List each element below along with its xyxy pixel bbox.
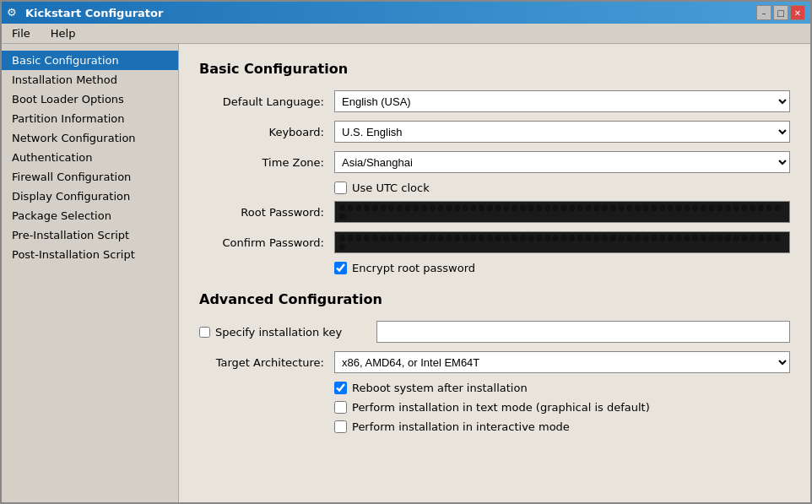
keyboard-row: Keyboard: U.S. English xyxy=(199,121,790,143)
root-password-row: Root Password: ●●●●●●●●●●●●●●●●●●●●●●●●●… xyxy=(199,201,790,223)
confirm-password-display[interactable]: ●●●●●●●●●●●●●●●●●●●●●●●●●●●●●●●●●●●●●●●●… xyxy=(334,231,790,253)
default-language-control: English (USA) xyxy=(334,90,790,112)
sidebar: Basic Configuration Installation Method … xyxy=(2,44,179,502)
keyboard-label: Keyboard: xyxy=(199,126,334,138)
encrypt-root-label: Encrypt root password xyxy=(352,262,475,274)
root-password-dots: ●●●●●●●●●●●●●●●●●●●●●●●●●●●●●●●●●●●●●●●●… xyxy=(338,203,786,220)
title-bar-buttons: – □ ✕ xyxy=(756,5,805,20)
menu-bar: File Help xyxy=(2,24,810,44)
target-arch-row: Target Architecture: x86, AMD64, or Inte… xyxy=(199,351,790,373)
advanced-config-section: Advanced Configuration Specify installat… xyxy=(199,291,790,433)
minimize-button[interactable]: – xyxy=(756,5,771,20)
reboot-checkbox[interactable] xyxy=(334,382,347,394)
install-key-input[interactable] xyxy=(376,321,790,343)
interactive-mode-checkbox[interactable] xyxy=(334,420,347,433)
menu-file[interactable]: File xyxy=(5,25,37,41)
title-bar: ⚙ Kickstart Configurator – □ ✕ xyxy=(2,2,810,24)
timezone-select[interactable]: Asia/Shanghai xyxy=(334,151,790,173)
app-icon: ⚙ xyxy=(7,6,20,19)
interactive-mode-label: Perform installation in interactive mode xyxy=(352,420,570,433)
sidebar-item-installation-method[interactable]: Installation Method xyxy=(2,70,178,89)
text-mode-row: Perform installation in text mode (graph… xyxy=(199,401,790,414)
target-arch-select[interactable]: x86, AMD64, or Intel EM64T xyxy=(334,351,790,373)
window-title: Kickstart Configurator xyxy=(25,7,163,19)
interactive-mode-row: Perform installation in interactive mode xyxy=(199,420,790,433)
confirm-password-control: ●●●●●●●●●●●●●●●●●●●●●●●●●●●●●●●●●●●●●●●●… xyxy=(334,231,790,253)
sidebar-item-firewall-configuration[interactable]: Firewall Configuration xyxy=(2,167,178,187)
default-language-label: Default Language: xyxy=(199,95,334,108)
specify-install-key-label: Specify installation key xyxy=(215,326,342,339)
advanced-config-title: Advanced Configuration xyxy=(199,291,790,307)
confirm-password-row: Confirm Password: ●●●●●●●●●●●●●●●●●●●●●●… xyxy=(199,231,790,253)
main-panel: Basic Configuration Default Language: En… xyxy=(179,44,810,502)
utc-clock-label: Use UTC clock xyxy=(352,182,430,194)
maximize-button[interactable]: □ xyxy=(773,5,788,20)
reboot-row: Reboot system after installation xyxy=(199,382,790,394)
sidebar-item-package-selection[interactable]: Package Selection xyxy=(2,206,178,225)
sidebar-item-authentication[interactable]: Authentication xyxy=(2,148,178,167)
confirm-password-dots: ●●●●●●●●●●●●●●●●●●●●●●●●●●●●●●●●●●●●●●●●… xyxy=(338,234,786,251)
close-button[interactable]: ✕ xyxy=(790,5,805,20)
content-area: Basic Configuration Installation Method … xyxy=(2,44,810,502)
sidebar-item-boot-loader-options[interactable]: Boot Loader Options xyxy=(2,89,178,109)
reboot-label: Reboot system after installation xyxy=(352,382,528,394)
sidebar-item-partition-information[interactable]: Partition Information xyxy=(2,109,178,128)
encrypt-root-checkbox[interactable] xyxy=(334,262,347,274)
default-language-row: Default Language: English (USA) xyxy=(199,90,790,112)
sidebar-item-basic-configuration[interactable]: Basic Configuration xyxy=(2,51,178,70)
confirm-password-label: Confirm Password: xyxy=(199,236,334,249)
install-key-row: Specify installation key xyxy=(199,321,790,343)
sidebar-item-post-installation-script[interactable]: Post-Installation Script xyxy=(2,245,178,264)
target-arch-label: Target Architecture: xyxy=(199,356,334,369)
sidebar-item-network-configuration[interactable]: Network Configuration xyxy=(2,128,178,148)
target-arch-control: x86, AMD64, or Intel EM64T xyxy=(334,351,790,373)
specify-install-key-checkbox[interactable] xyxy=(199,327,210,338)
install-key-label-container: Specify installation key xyxy=(199,326,376,339)
menu-help[interactable]: Help xyxy=(44,25,83,41)
root-password-label: Root Password: xyxy=(199,206,334,219)
keyboard-select[interactable]: U.S. English xyxy=(334,121,790,143)
text-mode-checkbox[interactable] xyxy=(334,401,347,414)
sidebar-item-pre-installation-script[interactable]: Pre-Installation Script xyxy=(2,225,178,245)
root-password-control: ●●●●●●●●●●●●●●●●●●●●●●●●●●●●●●●●●●●●●●●●… xyxy=(334,201,790,223)
encrypt-root-row: Encrypt root password xyxy=(199,262,790,274)
text-mode-label: Perform installation in text mode (graph… xyxy=(352,401,650,414)
title-bar-left: ⚙ Kickstart Configurator xyxy=(7,6,163,19)
main-window: ⚙ Kickstart Configurator – □ ✕ File Help… xyxy=(0,0,812,504)
timezone-row: Time Zone: Asia/Shanghai xyxy=(199,151,790,173)
basic-config-title: Basic Configuration xyxy=(199,61,790,77)
utc-clock-checkbox[interactable] xyxy=(334,182,347,194)
root-password-display[interactable]: ●●●●●●●●●●●●●●●●●●●●●●●●●●●●●●●●●●●●●●●●… xyxy=(334,201,790,223)
timezone-control: Asia/Shanghai xyxy=(334,151,790,173)
timezone-label: Time Zone: xyxy=(199,156,334,169)
default-language-select[interactable]: English (USA) xyxy=(334,90,790,112)
utc-clock-row: Use UTC clock xyxy=(199,182,790,194)
keyboard-control: U.S. English xyxy=(334,121,790,143)
sidebar-item-display-configuration[interactable]: Display Configuration xyxy=(2,187,178,206)
